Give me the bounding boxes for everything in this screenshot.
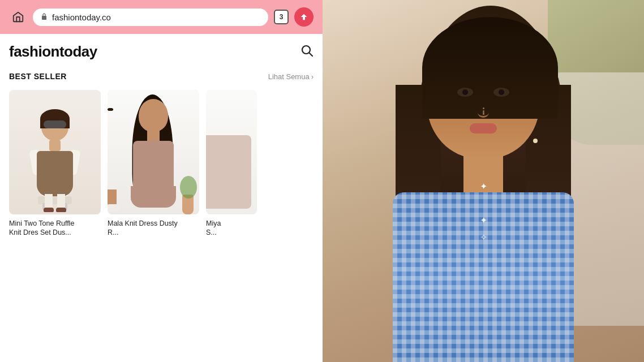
left-eye	[457, 88, 473, 97]
sparkle-2: ✦	[480, 215, 487, 226]
product-card-3[interactable]: Miya S...	[206, 90, 257, 238]
product-name-1: Mini Two Tone Ruffle Knit Dres Set Dus..…	[9, 219, 101, 238]
product-name-2: Mala Knit Dress Dusty R...	[108, 219, 199, 238]
home-button[interactable]	[9, 8, 27, 26]
section-header: BEST SELLER Lihat Semua ›	[9, 72, 314, 81]
products-grid: Mini Two Tone Ruffle Knit Dres Set Dus..…	[9, 90, 314, 238]
hair-front	[422, 17, 558, 119]
site-header: fashiontoday	[9, 43, 314, 61]
see-all-link[interactable]: Lihat Semua ›	[268, 72, 314, 81]
lock-icon	[41, 12, 48, 22]
right-eye	[493, 88, 509, 97]
product-card-2[interactable]: Mala Knit Dress Dusty R...	[108, 90, 199, 238]
sparkle-3: ✧	[480, 232, 487, 243]
product-image-1	[9, 90, 101, 214]
website-content: fashiontoday BEST SELLER Lihat Semua ›	[0, 34, 323, 362]
site-logo[interactable]: fashiontoday	[9, 43, 97, 61]
woman-photo: ✦ ✦ ✧	[323, 0, 644, 362]
url-text: fashiontoday.co	[52, 12, 111, 22]
upload-button[interactable]	[294, 7, 314, 27]
freckle-4	[483, 112, 484, 114]
tab-count-badge[interactable]: 3	[274, 10, 289, 24]
product-name-3: Miya S...	[206, 219, 257, 238]
left-panel: fashiontoday.co 3 fashiontoday BEST SELL…	[0, 0, 323, 362]
right-panel: ✦ ✦ ✧	[323, 0, 644, 362]
svg-rect-0	[42, 16, 46, 20]
lips	[470, 123, 497, 133]
svg-point-1	[302, 46, 310, 54]
eyes	[457, 88, 509, 97]
search-button[interactable]	[300, 44, 314, 61]
freckle-3	[483, 107, 484, 109]
sparkle-1: ✦	[480, 181, 487, 192]
product-image-3	[206, 90, 257, 214]
earring	[533, 139, 538, 143]
section-title: BEST SELLER	[9, 72, 67, 81]
product-image-2	[108, 90, 199, 214]
svg-line-2	[310, 53, 312, 56]
product-card-1[interactable]: Mini Two Tone Ruffle Knit Dres Set Dus..…	[9, 90, 101, 238]
address-bar[interactable]: fashiontoday.co	[33, 8, 268, 26]
browser-chrome: fashiontoday.co 3	[0, 0, 323, 34]
